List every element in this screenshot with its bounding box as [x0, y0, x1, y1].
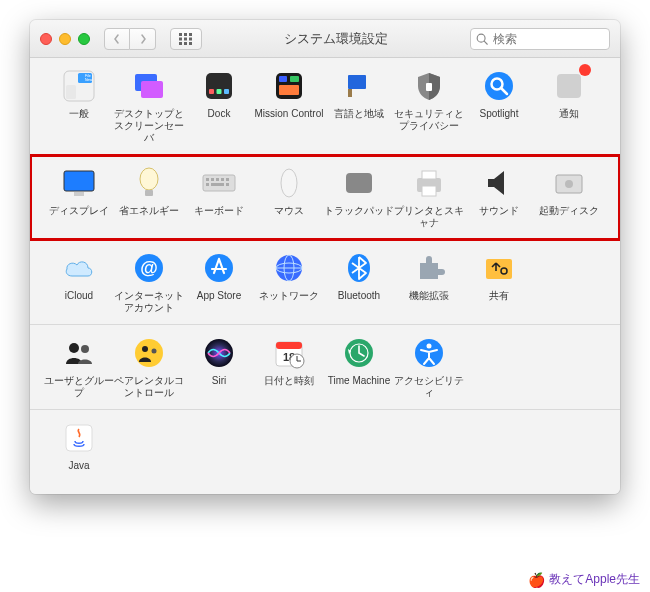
- svg-rect-48: [346, 173, 372, 193]
- minimize-button[interactable]: [59, 33, 71, 45]
- pane-displays[interactable]: ディスプレイ: [44, 165, 114, 229]
- zoom-button[interactable]: [78, 33, 90, 45]
- pane-icloud[interactable]: iCloud: [44, 250, 114, 314]
- pane-label: ユーザとグループ: [44, 375, 114, 399]
- pane-mouse[interactable]: マウス: [254, 165, 324, 229]
- pane-startup-disk[interactable]: 起動ディスク: [534, 165, 604, 229]
- pane-java[interactable]: Java: [44, 420, 114, 484]
- svg-rect-39: [206, 178, 209, 181]
- pane-label: 起動ディスク: [534, 205, 604, 229]
- pane-internet-accounts[interactable]: @ インターネットアカウント: [114, 250, 184, 314]
- back-button[interactable]: [104, 28, 130, 50]
- pane-trackpad[interactable]: トラックパッド: [324, 165, 394, 229]
- printers-scanners-icon: [411, 165, 447, 201]
- desktop-screensaver-icon: [131, 68, 167, 104]
- pane-label: マウス: [254, 205, 324, 229]
- pane-siri[interactable]: Siri: [184, 335, 254, 399]
- pane-label: キーボード: [184, 205, 254, 229]
- security-privacy-icon: [411, 68, 447, 104]
- svg-point-64: [69, 343, 79, 353]
- pane-energy-saver[interactable]: 省エネルギー: [114, 165, 184, 229]
- svg-rect-24: [290, 76, 299, 82]
- pane-bluetooth[interactable]: Bluetooth: [324, 250, 394, 314]
- svg-point-65: [81, 345, 89, 353]
- pane-label: iCloud: [44, 290, 114, 314]
- svg-rect-46: [226, 183, 229, 186]
- svg-rect-51: [422, 186, 436, 196]
- spotlight-icon: [481, 68, 517, 104]
- svg-rect-7: [184, 42, 187, 45]
- close-button[interactable]: [40, 33, 52, 45]
- grid-icon: [179, 33, 193, 45]
- apple-icon: 🍎: [528, 572, 545, 588]
- titlebar: システム環境設定: [30, 20, 620, 58]
- pane-accessibility[interactable]: アクセシビリティ: [394, 335, 464, 399]
- pane-parental-controls[interactable]: ペアレンタルコントロール: [114, 335, 184, 399]
- language-region-icon: [341, 68, 377, 104]
- pane-mission-control[interactable]: Mission Control: [254, 68, 324, 144]
- pane-dock[interactable]: Dock: [184, 68, 254, 144]
- pane-app-store[interactable]: App Store: [184, 250, 254, 314]
- pane-date-time[interactable]: 18 日付と時刻: [254, 335, 324, 399]
- pane-desktop-screensaver[interactable]: デスクトップとスクリーンセーバ: [114, 68, 184, 144]
- svg-rect-23: [279, 76, 287, 82]
- preference-panes: FileNew 一般 デスクトップとスクリーンセーバ Dock: [30, 58, 620, 494]
- svg-rect-28: [426, 83, 432, 91]
- forward-button[interactable]: [130, 28, 156, 50]
- svg-point-29: [485, 72, 513, 100]
- pane-printers-scanners[interactable]: プリンタとスキャナ: [394, 165, 464, 229]
- svg-text:@: @: [140, 258, 158, 278]
- mouse-icon: [271, 165, 307, 201]
- mission-control-icon: [271, 68, 307, 104]
- extensions-icon: [411, 250, 447, 286]
- svg-rect-20: [217, 89, 222, 94]
- notifications-icon: [551, 68, 587, 104]
- svg-point-36: [140, 168, 158, 190]
- pane-network[interactable]: ネットワーク: [254, 250, 324, 314]
- pane-extensions[interactable]: 機能拡張: [394, 250, 464, 314]
- pane-row: Java: [30, 410, 620, 494]
- pane-general[interactable]: FileNew 一般: [44, 68, 114, 144]
- svg-rect-44: [206, 183, 209, 186]
- pane-label: Bluetooth: [324, 290, 394, 314]
- chevron-right-icon: [138, 34, 148, 44]
- energy-saver-icon: [131, 165, 167, 201]
- pane-notifications[interactable]: 通知: [534, 68, 604, 144]
- pane-language-region[interactable]: 言語と地域: [324, 68, 394, 144]
- svg-rect-4: [184, 37, 187, 40]
- svg-rect-21: [224, 89, 229, 94]
- pane-label: 言語と地域: [324, 108, 394, 132]
- pane-sound[interactable]: サウンド: [464, 165, 534, 229]
- search-input[interactable]: [470, 28, 610, 50]
- watermark: 🍎 教えてApple先生: [528, 571, 640, 588]
- pane-label: Java: [44, 460, 114, 484]
- svg-rect-17: [141, 81, 163, 98]
- traffic-lights: [40, 33, 90, 45]
- general-icon: FileNew: [61, 68, 97, 104]
- svg-rect-5: [189, 37, 192, 40]
- svg-rect-27: [348, 89, 352, 97]
- svg-rect-18: [206, 73, 232, 99]
- pane-label: 日付と時刻: [254, 375, 324, 399]
- svg-line-10: [484, 41, 487, 44]
- pane-label: セキュリティとプライバシー: [394, 108, 464, 132]
- pane-security-privacy[interactable]: セキュリティとプライバシー: [394, 68, 464, 144]
- pane-keyboard[interactable]: キーボード: [184, 165, 254, 229]
- pane-label: Siri: [184, 375, 254, 399]
- date-time-icon: 18: [271, 335, 307, 371]
- svg-rect-19: [209, 89, 214, 94]
- pane-label: 機能拡張: [394, 290, 464, 314]
- svg-rect-45: [211, 183, 224, 186]
- pane-label: デスクトップとスクリーンセーバ: [114, 108, 184, 144]
- pane-time-machine[interactable]: Time Machine: [324, 335, 394, 399]
- pane-users-groups[interactable]: ユーザとグループ: [44, 335, 114, 399]
- show-all-button[interactable]: [170, 28, 202, 50]
- pane-spotlight[interactable]: Spotlight: [464, 68, 534, 144]
- svg-rect-3: [179, 37, 182, 40]
- pane-label: Mission Control: [254, 108, 324, 132]
- siri-icon: [201, 335, 237, 371]
- svg-rect-62: [486, 259, 512, 279]
- svg-rect-37: [145, 190, 153, 196]
- pane-label: Spotlight: [464, 108, 534, 132]
- pane-sharing[interactable]: 共有: [464, 250, 534, 314]
